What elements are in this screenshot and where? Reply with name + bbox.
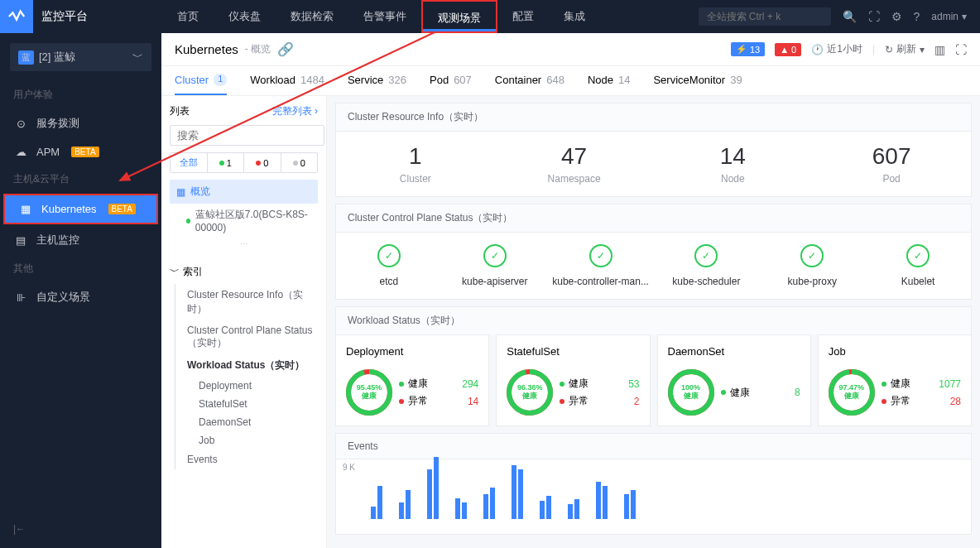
cluster-search-input[interactable] xyxy=(170,125,324,146)
status-kube-controller-man...: ✓kube-controller-man... xyxy=(548,244,654,287)
bar-group xyxy=(427,457,439,519)
check-icon: ✓ xyxy=(589,244,612,267)
tab-container[interactable]: Container648 xyxy=(495,66,564,95)
filter-all[interactable]: 全部 xyxy=(171,153,208,172)
workload-card-deployment: Deployment 95.45%健康 健康294 异常14 xyxy=(335,334,489,426)
check-icon: ✓ xyxy=(483,244,507,267)
card-title: Cluster Control Plane Status（实时） xyxy=(336,204,971,233)
idx-deployment[interactable]: Deployment xyxy=(175,377,318,395)
status-kube-apiserver: ✓kube-apiserver xyxy=(442,244,548,287)
full-list-link[interactable]: 完整列表 › xyxy=(272,104,318,118)
stat-namespace: 47Namespace xyxy=(495,143,654,185)
filter-error[interactable]: 0 xyxy=(244,153,281,172)
layout-icon[interactable]: ▥ xyxy=(934,43,945,56)
sidebar-item-kubernetes[interactable]: ▦KubernetesBETA xyxy=(3,194,158,224)
tenant-selector[interactable]: 蓝 [2] 蓝鲸 ﹀ xyxy=(10,43,151,71)
user-menu[interactable]: admin ▾ xyxy=(931,11,967,22)
kubernetes-icon: ▦ xyxy=(18,203,33,215)
time-range[interactable]: 🕐 近1小时 xyxy=(811,42,862,56)
idx-job[interactable]: Job xyxy=(175,431,318,449)
host-icon: ▤ xyxy=(13,234,28,247)
tab-node[interactable]: Node14 xyxy=(588,66,631,95)
workload-card-job: Job 97.47%健康 健康1077 异常28 xyxy=(818,334,972,426)
collapse-sidebar[interactable]: |← xyxy=(0,517,39,541)
alert-normal-badge[interactable]: ⚡ 13 xyxy=(731,42,765,56)
fullscreen-icon[interactable]: ⛶ xyxy=(955,43,967,56)
alert-error-badge[interactable]: ▲ 0 xyxy=(775,43,801,56)
donut-chart: 97.47%健康 xyxy=(829,369,875,416)
donut-chart: 95.45%健康 xyxy=(346,369,392,416)
probe-icon: ⊙ xyxy=(13,118,28,130)
status-kube-proxy: ✓kube-proxy xyxy=(759,244,865,287)
stat-node: 14Node xyxy=(654,143,813,185)
brand-name: 监控平台 xyxy=(41,9,88,24)
index-header[interactable]: ﹀ 索引 xyxy=(170,260,318,284)
refresh-dropdown[interactable]: ↻ 刷新 ▾ xyxy=(885,42,925,56)
chevron-down-icon: ﹀ xyxy=(132,50,143,65)
bar-group xyxy=(596,482,608,519)
idx-workload[interactable]: Workload Status（实时） xyxy=(175,354,318,377)
sidebar-item-host[interactable]: ▤主机监控 xyxy=(0,225,161,255)
card-control-plane: Cluster Control Plane Status（实时） ✓etcd✓k… xyxy=(335,204,972,300)
section-other: 其他 xyxy=(0,255,161,282)
logo[interactable] xyxy=(0,0,33,33)
help-icon[interactable]: ? xyxy=(914,10,920,23)
nav-alert[interactable]: 告警事件 xyxy=(348,0,421,33)
workload-card-daemonset: DaemonSet 100%健康 健康8 xyxy=(657,334,811,426)
tab-service[interactable]: Service326 xyxy=(348,66,406,95)
breadcrumb-sub: - 概览 xyxy=(245,42,271,56)
custom-icon: ⊪ xyxy=(13,291,28,304)
y-axis-label: 9 K xyxy=(343,463,355,472)
tab-workload[interactable]: Workload1484 xyxy=(250,66,324,95)
check-icon: ✓ xyxy=(694,244,718,267)
nav-integrate[interactable]: 集成 xyxy=(549,0,600,33)
card-title: Events xyxy=(336,434,971,459)
global-search-input[interactable] xyxy=(699,7,831,26)
link-icon[interactable]: 🔗 xyxy=(277,41,294,57)
bar-group xyxy=(568,499,579,519)
nav-data[interactable]: 数据检索 xyxy=(276,0,348,33)
expand-icon[interactable]: ⛶ xyxy=(868,10,880,23)
bar-group xyxy=(399,490,411,519)
workload-card-statefulset: StatefulSet 96.36%健康 健康53 异常2 xyxy=(496,334,650,426)
beta-badge: BETA xyxy=(71,147,98,157)
nav-home[interactable]: 首页 xyxy=(162,0,214,33)
tree-overview[interactable]: ▦概览 xyxy=(170,180,318,204)
search-icon[interactable]: 🔍 xyxy=(843,10,857,23)
sidebar-item-custom[interactable]: ⊪自定义场景 xyxy=(0,282,161,312)
filter-unknown[interactable]: 0 xyxy=(281,153,318,172)
nav-observe[interactable]: 观测场景 xyxy=(421,0,497,33)
donut-chart: 100%健康 xyxy=(668,369,714,416)
workload-title: Workload Status（实时） xyxy=(335,306,972,334)
section-ux: 用户体验 xyxy=(0,81,161,108)
idx-daemonset[interactable]: DaemonSet xyxy=(175,413,318,431)
tab-pod[interactable]: Pod607 xyxy=(430,66,472,95)
sidebar-item-apm[interactable]: ☁APMBETA xyxy=(0,138,161,166)
bar-group xyxy=(455,498,467,519)
tab-servicemonitor[interactable]: ServiceMonitor39 xyxy=(653,66,742,95)
list-label: 列表 xyxy=(170,104,190,118)
status-dot-icon xyxy=(186,219,190,224)
status-kube-scheduler: ✓kube-scheduler xyxy=(653,244,759,287)
bar-group xyxy=(483,488,495,519)
tree-cluster-item[interactable]: 蓝鲸社区版7.0(BCS-K8S-00000) xyxy=(170,204,318,238)
nav-dashboard[interactable]: 仪表盘 xyxy=(214,0,276,33)
stat-cluster: 1Cluster xyxy=(336,143,495,185)
beta-badge: BETA xyxy=(108,204,136,214)
check-icon: ✓ xyxy=(800,244,824,267)
stat-pod: 607Pod xyxy=(812,143,971,185)
apm-icon: ☁ xyxy=(13,146,28,158)
idx-events[interactable]: Events xyxy=(175,449,318,469)
gear-icon[interactable]: ⚙ xyxy=(891,10,902,23)
idx-control[interactable]: Cluster Control Plane Status（实时） xyxy=(175,320,318,354)
bar-group xyxy=(512,465,523,519)
section-host: 主机&云平台 xyxy=(0,166,161,193)
tab-cluster[interactable]: Cluster1 xyxy=(175,66,227,95)
filter-healthy[interactable]: 1 xyxy=(208,153,245,172)
resize-handle[interactable]: ⋯ xyxy=(170,238,318,250)
sidebar-item-probe[interactable]: ⊙服务拨测 xyxy=(0,108,161,138)
idx-resource[interactable]: Cluster Resource Info（实时） xyxy=(175,284,318,320)
idx-statefulset[interactable]: StatefulSet xyxy=(175,395,318,413)
bar-group xyxy=(371,486,382,519)
nav-config[interactable]: 配置 xyxy=(497,0,549,33)
